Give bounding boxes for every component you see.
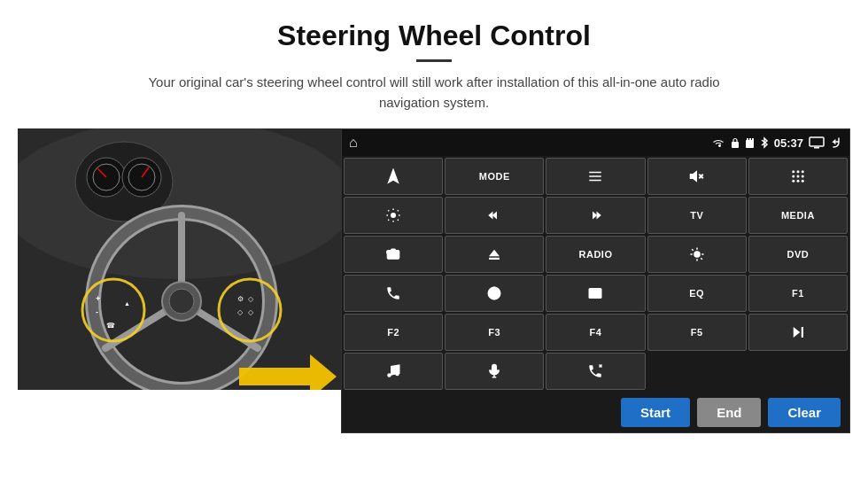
ctrl-btn-phonecall[interactable] [546,353,645,390]
svg-marker-51 [492,212,497,220]
home-icon[interactable]: ⌂ [349,135,358,151]
ctrl-btn-globe[interactable] [445,275,544,312]
ctrl-btn-f3[interactable]: F3 [445,314,544,351]
screen-icon [809,136,825,149]
bottom-bar: Start End Clear [342,392,849,432]
status-bar: ⌂ [342,129,849,156]
svg-marker-54 [597,212,601,220]
svg-marker-34 [389,170,399,183]
ctrl-btn-eq[interactable]: EQ [647,275,747,312]
ctrl-btn-window[interactable] [546,275,645,312]
ctrl-btn-radio[interactable]: RADIO [546,236,645,273]
start-button[interactable]: Start [621,398,690,427]
ctrl-btn-dvd[interactable]: DVD [748,236,848,273]
svg-point-49 [802,180,804,183]
ctrl-btn-mic[interactable] [445,353,544,390]
svg-point-45 [796,175,799,178]
page-title: Steering Wheel Control [0,0,868,52]
svg-point-77 [395,372,399,377]
page-subtitle: Your original car's steering wheel contr… [124,73,744,113]
control-panel: ⌂ [341,128,850,433]
svg-text:360: 360 [387,251,392,254]
svg-marker-52 [489,212,493,220]
svg-rect-31 [752,138,754,141]
ctrl-btn-tv[interactable]: TV [647,197,747,234]
svg-point-15 [169,289,194,314]
ctrl-btn-list[interactable] [546,158,645,195]
svg-text:▲: ▲ [124,300,130,307]
bluetooth-icon [760,136,769,149]
button-grid: MODETVMEDIA360RADIODVDEQF1F2F3F4F5 [342,156,849,392]
ctrl-btn-brightness[interactable] [647,236,747,273]
back-icon[interactable] [830,136,842,149]
svg-point-46 [802,175,804,178]
svg-line-65 [701,258,702,260]
svg-point-43 [802,170,804,173]
ctrl-btn-f5[interactable]: F5 [647,314,747,351]
svg-rect-28 [746,140,754,148]
svg-rect-75 [802,327,803,338]
ctrl-btn-media[interactable]: MEDIA [748,197,848,234]
status-time: 05:37 [774,136,803,150]
svg-text:☎: ☎ [106,322,115,330]
svg-text:-: - [96,307,98,316]
ctrl-btn-phone[interactable] [344,275,443,312]
ctrl-btn-f1[interactable]: F1 [748,275,848,312]
ctrl-btn-settings[interactable] [344,197,443,234]
svg-text:⚙: ⚙ [237,295,244,303]
ctrl-btn-playpause[interactable] [748,314,848,351]
svg-marker-59 [489,250,500,257]
sd-icon [745,137,755,149]
ctrl-btn-mute[interactable] [647,158,747,195]
ctrl-btn-next[interactable] [546,197,645,234]
ctrl-btn-eject[interactable] [445,236,544,273]
title-divider [416,59,452,62]
car-image: + - ☎ ▲ ⚙ ◇ ◇ ◇ [18,128,341,390]
svg-point-42 [796,170,799,173]
svg-marker-74 [794,327,801,338]
svg-point-61 [694,252,700,257]
ctrl-btn-f4[interactable]: F4 [546,314,645,351]
clear-button[interactable]: Clear [768,398,841,427]
ctrl-btn-cam360[interactable]: 360 [344,236,443,273]
svg-text:◇: ◇ [237,308,244,316]
svg-point-47 [792,180,794,183]
svg-rect-33 [814,147,819,149]
svg-text:◇: ◇ [248,295,254,303]
ctrl-btn-navigate[interactable] [344,158,443,195]
ctrl-btn-empty1[interactable] [647,353,747,390]
svg-rect-27 [732,142,739,148]
svg-rect-32 [810,137,824,146]
svg-rect-29 [747,138,748,141]
svg-line-64 [692,249,694,251]
ctrl-btn-prev[interactable] [445,197,544,234]
ctrl-btn-mode[interactable]: MODE [445,158,544,195]
svg-text:◇: ◇ [248,308,254,316]
main-content: + - ☎ ▲ ⚙ ◇ ◇ ◇ ⌂ [0,128,868,433]
end-button[interactable]: End [697,398,761,427]
svg-marker-53 [593,212,597,220]
lock-icon [731,137,740,149]
ctrl-btn-music[interactable] [344,353,443,390]
svg-rect-30 [749,138,751,141]
svg-point-48 [796,180,799,183]
ctrl-btn-empty2[interactable] [748,353,848,390]
ctrl-btn-apps[interactable] [748,158,848,195]
svg-rect-60 [489,258,500,260]
svg-point-44 [792,175,794,178]
svg-marker-38 [690,172,696,182]
wifi-icon [711,137,725,148]
svg-point-41 [792,170,794,173]
ctrl-btn-f2[interactable]: F2 [344,314,443,351]
svg-text:+: + [96,294,100,303]
svg-point-50 [391,214,396,218]
svg-point-76 [387,373,391,377]
